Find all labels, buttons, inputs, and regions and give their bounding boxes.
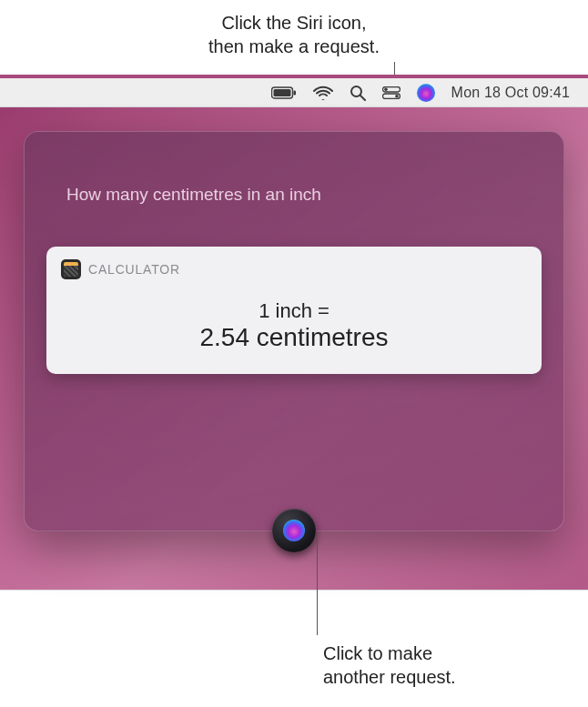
siri-menubar-icon[interactable] [417,84,435,102]
divider [0,590,588,591]
answer-line-1: 1 inch = [61,299,527,323]
spotlight-icon[interactable] [350,85,366,101]
annotation-bottom-line1: Click to make [323,641,456,665]
siri-listen-button[interactable] [272,509,316,552]
answer-card-header: CALCULATOR [61,259,527,279]
control-center-icon[interactable] [382,86,400,99]
calculator-icon [61,259,81,279]
desktop-wallpaper: How many centimetres in an inch CALCULAT… [0,107,588,590]
menubar-region: Mon 18 Oct 09:41 [0,75,588,107]
callout-line-bottom [317,533,318,635]
siri-answer-card[interactable]: CALCULATOR 1 inch = 2.54 centimetres [46,247,542,374]
annotation-bottom-line2: another request. [323,665,456,689]
siri-query-text: How many centimetres in an inch [46,185,542,205]
annotation-top: Click the Siri icon, then make a request… [0,11,588,76]
annotation-top-line1: Click the Siri icon, [0,11,588,35]
siri-panel: How many centimetres in an inch CALCULAT… [24,131,564,531]
annotation-bottom: Click to make another request. [323,641,456,689]
svg-line-4 [360,96,365,100]
wifi-icon[interactable] [313,86,333,100]
answer-text-block: 1 inch = 2.54 centimetres [61,299,527,352]
answer-line-2: 2.54 centimetres [61,323,527,352]
svg-point-6 [384,87,388,91]
menubar-datetime[interactable]: Mon 18 Oct 09:41 [451,85,570,101]
menubar: Mon 18 Oct 09:41 [0,78,588,107]
svg-rect-2 [293,90,296,95]
answer-app-label: CALCULATOR [88,262,180,277]
battery-icon[interactable] [271,86,297,99]
siri-orb-icon [283,520,305,541]
annotation-top-line2: then make a request. [0,35,588,58]
svg-point-8 [395,94,399,97]
svg-rect-1 [273,89,290,96]
